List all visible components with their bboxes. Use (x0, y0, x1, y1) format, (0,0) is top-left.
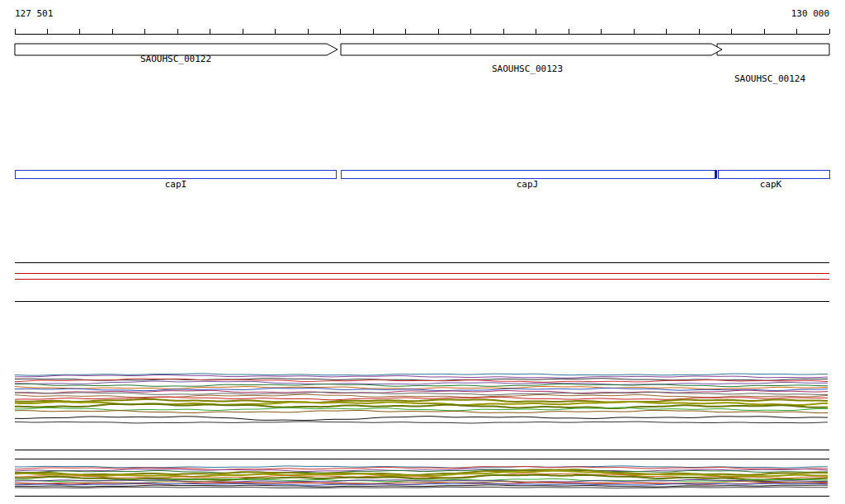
coverage-line (15, 407, 828, 411)
coverage-line (15, 374, 828, 375)
coverage-line (15, 410, 828, 412)
coverage-line (15, 392, 828, 395)
gene-label-saouhsc-00122: SAOUHSC_00122 (140, 54, 211, 64)
coverage-line (15, 422, 828, 423)
feature-label-capi: capI (165, 180, 187, 189)
coverage-line (15, 375, 828, 379)
coverage-line (15, 404, 828, 408)
feature-boundary-marker (715, 170, 717, 178)
coverage-line (15, 485, 828, 487)
feature-label-capk: capK (760, 180, 782, 189)
feature-box[interactable] (15, 170, 336, 178)
coverage-line (15, 381, 828, 384)
ruler-start-label: 127 501 (15, 9, 53, 18)
ruler-end-label: 130 000 (791, 9, 829, 18)
gene-label-saouhsc-00123: SAOUHSC_00123 (492, 64, 563, 73)
gene-label-saouhsc-00124: SAOUHSC_00124 (734, 74, 805, 83)
feature-box[interactable] (718, 170, 829, 178)
coverage-line (15, 417, 828, 421)
coverage-line (15, 394, 828, 398)
coverage-line (15, 387, 828, 389)
genome-plot-canvas (0, 0, 845, 504)
feature-label-capj: capJ (517, 180, 539, 189)
gene-arrow[interactable] (341, 44, 722, 55)
coverage-line (15, 487, 828, 488)
genome-browser-view: 127 501 130 000 SAOUHSC_00122 SAOUHSC_00… (0, 0, 845, 504)
coverage-line (15, 399, 828, 403)
feature-box[interactable] (341, 170, 715, 178)
gene-arrow[interactable] (717, 44, 829, 55)
